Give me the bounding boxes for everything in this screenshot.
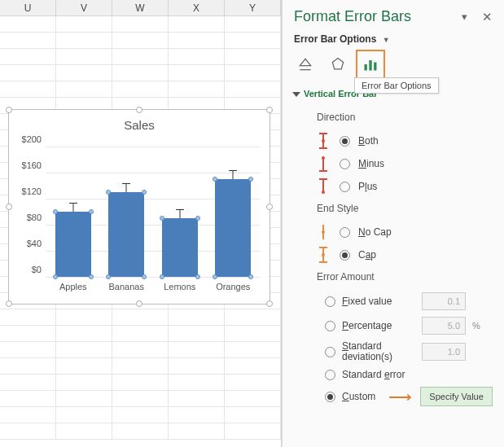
- direction-both-radio[interactable]: Both: [304, 129, 493, 152]
- minus-icon: [313, 154, 333, 173]
- percent-sign: %: [472, 321, 480, 331]
- amount-percentage-radio[interactable]: Percentage 5.0 %: [304, 313, 493, 338]
- svg-point-15: [322, 230, 325, 234]
- direction-minus-radio[interactable]: Minus: [304, 152, 493, 175]
- chart-object[interactable]: Sales $0$40$80$120$160$200 ApplesBananas…: [8, 109, 270, 305]
- error-bar-options-dropdown[interactable]: Error Bar Options: [294, 33, 376, 45]
- format-error-bars-panel: Format Error Bars ▾ ✕ Error Bar Options …: [282, 0, 504, 447]
- cap-icon: [313, 245, 333, 265]
- both-icon: [313, 131, 333, 151]
- svg-rect-2: [369, 60, 371, 71]
- amount-stddev-radio[interactable]: Standarddeviation(s) 1.0: [304, 338, 493, 366]
- svg-point-19: [322, 253, 325, 256]
- end-style-label: End Style: [304, 198, 493, 221]
- error-amount-label: Error Amount: [304, 266, 493, 289]
- bar-chart-options-icon[interactable]: [359, 53, 382, 76]
- nocap-icon: [313, 222, 333, 242]
- svg-point-13: [322, 191, 325, 194]
- col-header[interactable]: W: [112, 0, 169, 15]
- panel-close-icon[interactable]: ✕: [482, 10, 493, 24]
- stddev-input: 1.0: [422, 343, 466, 361]
- amount-fixed-radio[interactable]: Fixed value 0.1: [304, 289, 493, 313]
- plus-icon: [313, 177, 333, 196]
- panel-dropdown-icon[interactable]: ▾: [462, 11, 467, 23]
- amount-custom-radio[interactable]: [325, 392, 335, 402]
- col-header[interactable]: X: [169, 0, 225, 15]
- col-header[interactable]: V: [56, 0, 112, 15]
- percentage-input: 5.0: [422, 317, 466, 335]
- svg-point-7: [322, 139, 325, 142]
- effects-icon[interactable]: [327, 53, 349, 76]
- svg-rect-1: [365, 64, 367, 71]
- amount-stderr-radio[interactable]: Standard error: [304, 366, 493, 383]
- chart-plot-area[interactable]: $0$40$80$120$160$200: [46, 147, 260, 277]
- svg-marker-0: [332, 59, 343, 69]
- chevron-down-icon[interactable]: ▼: [383, 36, 390, 44]
- endstyle-nocap-radio[interactable]: No Cap: [304, 221, 493, 243]
- direction-plus-radio[interactable]: Plus: [304, 175, 493, 198]
- svg-point-10: [322, 156, 325, 160]
- fixed-value-input: 0.1: [422, 292, 466, 310]
- fill-line-icon[interactable]: [294, 53, 317, 76]
- panel-title: Format Error Bars: [294, 8, 411, 25]
- chart-title[interactable]: Sales: [9, 118, 270, 132]
- annotation-arrow: ⟶: [388, 387, 412, 406]
- col-header[interactable]: U: [0, 0, 56, 15]
- specify-value-button[interactable]: Specify Value: [420, 387, 492, 406]
- direction-label: Direction: [304, 107, 493, 129]
- endstyle-cap-radio[interactable]: Cap: [304, 243, 493, 266]
- col-header[interactable]: Y: [225, 0, 281, 15]
- tooltip: Error Bar Options: [354, 77, 439, 94]
- svg-rect-3: [374, 63, 376, 71]
